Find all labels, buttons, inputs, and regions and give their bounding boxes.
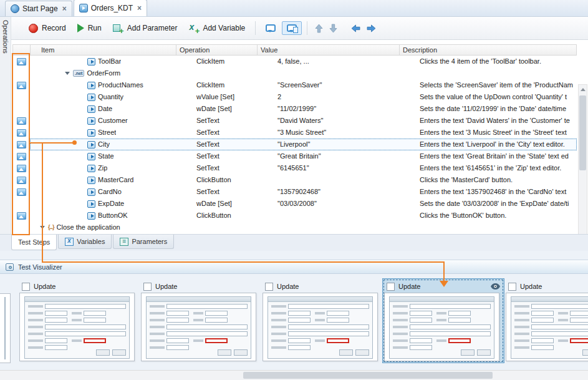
- row-content[interactable]: ZipSetText"6145651"Enters the text '6145…: [30, 162, 577, 174]
- move-up-button[interactable]: [312, 22, 325, 35]
- vertical-scrollbar-thumb[interactable]: [579, 95, 586, 170]
- arrow-left-icon: [351, 24, 360, 32]
- update-checkbox[interactable]: [143, 283, 152, 291]
- description-cell: Sets the date '03/03/2008' in the 'ExpDa…: [417, 198, 577, 210]
- test-step-row[interactable]: CardNoSetText"1357902468"Enters the text…: [12, 186, 577, 198]
- row-content[interactable]: StreetSetText"3 Music Street"Enters the …: [30, 127, 577, 139]
- row-content[interactable]: ExpDatewDate [Set]"03/03/2008"Sets the d…: [30, 198, 577, 210]
- thumbnail-image[interactable]: [141, 293, 256, 361]
- tab-start-page[interactable]: Start Page ×: [5, 1, 72, 16]
- description-bubble-icon: [287, 24, 297, 32]
- row-content[interactable]: CitySetText"Liverpool"Enters the text 'L…: [30, 139, 577, 150]
- thumbnail-header: Update: [263, 280, 381, 293]
- test-step-row[interactable]: ProductNamesClickItem"ScreenSaver"Select…: [12, 79, 577, 91]
- row-content[interactable]: ProductNamesClickItem"ScreenSaver"Select…: [30, 79, 577, 91]
- indent-right-button[interactable]: [364, 22, 378, 34]
- item-label: ToolBar: [98, 56, 121, 67]
- tab-parameters[interactable]: Parameters: [113, 235, 174, 249]
- tab-variables[interactable]: Variables: [58, 235, 112, 249]
- update-checkbox[interactable]: [22, 283, 30, 291]
- row-content[interactable]: CustomerSetText"David Waters"Enters the …: [30, 115, 577, 127]
- thumbnail-image[interactable]: [384, 293, 499, 361]
- test-step-row[interactable]: ButtonOKClickButtonClicks the 'ButtonOK'…: [12, 210, 577, 222]
- test-step-row[interactable]: CustomerSetText"David Waters"Enters the …: [12, 115, 577, 127]
- column-header-item[interactable]: Item: [31, 45, 176, 55]
- item-cell: MasterCard: [30, 174, 193, 186]
- test-step-row[interactable]: ToolBarClickItem4, false, ...Clicks the …: [12, 56, 577, 67]
- test-step-row[interactable]: DatewDate [Set]"11/02/1999"Sets the date…: [12, 103, 577, 115]
- horizontal-scrollbar-thumb[interactable]: [243, 372, 493, 379]
- operations-panel-tab[interactable]: Operations: [0, 17, 11, 251]
- indent-left-button[interactable]: [349, 22, 363, 34]
- visualizer-thumbnail[interactable]: Update: [504, 278, 588, 363]
- thumbnail-image[interactable]: [263, 293, 378, 361]
- value-cell: "11/02/1999": [274, 103, 417, 115]
- tab-orders-kdt[interactable]: Orders_KDT ×: [74, 0, 147, 16]
- operation-cell: ClickItem: [193, 79, 274, 91]
- test-step-row[interactable]: .netOrderForm: [12, 67, 577, 79]
- tab-label: Orders_KDT: [91, 4, 133, 12]
- row-content[interactable]: DatewDate [Set]"11/02/1999"Sets the date…: [30, 103, 577, 115]
- thumbnail-image[interactable]: [506, 293, 588, 361]
- operation-cell: [193, 222, 274, 233]
- eye-icon[interactable]: [491, 283, 500, 290]
- row-content[interactable]: MasterCardClickButtonClicks the 'MasterC…: [30, 174, 577, 186]
- value-cell: "Great Britain": [274, 150, 417, 162]
- operation-icon: [87, 82, 95, 89]
- item-label: State: [98, 150, 114, 162]
- visualizer-thumbnail[interactable]: Update: [17, 278, 140, 363]
- description-button[interactable]: [282, 21, 302, 35]
- record-button[interactable]: Record: [24, 21, 71, 36]
- operation-icon: [87, 58, 95, 66]
- test-step-row[interactable]: MasterCardClickButtonClicks the 'MasterC…: [12, 174, 577, 186]
- item-label: ProductNames: [98, 79, 143, 91]
- operation-cell: SetText: [193, 162, 274, 174]
- update-checkbox[interactable]: [508, 283, 516, 291]
- visualizer-thumbnail[interactable]: Update: [139, 278, 261, 363]
- operation-cell: ClickButton: [193, 174, 274, 186]
- visualizer-thumbnail[interactable]: Update: [261, 278, 383, 363]
- add-parameter-button[interactable]: Add Parameter: [108, 21, 183, 36]
- record-label: Record: [42, 24, 66, 32]
- row-content[interactable]: ButtonOKClickButtonClicks the 'ButtonOK'…: [30, 210, 577, 222]
- description-cell: Enters the text '6145651' in the 'Zip' t…: [417, 162, 577, 174]
- row-content[interactable]: CardNoSetText"1357902468"Enters the text…: [30, 186, 577, 198]
- operation-icon: [87, 94, 95, 101]
- thumbnail-header: Update: [141, 280, 259, 293]
- operation-icon: [87, 153, 95, 160]
- comment-button[interactable]: [261, 21, 281, 35]
- column-header-description[interactable]: Description: [400, 45, 576, 55]
- test-step-row[interactable]: ZipSetText"6145651"Enters the text '6145…: [12, 162, 577, 174]
- expand-chevron-icon[interactable]: [65, 72, 70, 75]
- test-step-row[interactable]: {...}Close the application: [12, 222, 577, 233]
- visualizer-thumbnail[interactable]: Update: [382, 278, 504, 363]
- test-step-row[interactable]: StateSetText"Great Britain"Enters the te…: [12, 150, 577, 162]
- test-step-row[interactable]: CitySetText"Liverpool"Enters the text 'L…: [12, 139, 577, 150]
- add-variable-button[interactable]: Add Variable: [183, 21, 250, 36]
- row-content[interactable]: QuantitywValue [Set]2Sets the value of t…: [30, 91, 577, 103]
- tab-parameters-label: Parameters: [132, 238, 167, 245]
- operation-icon: [87, 105, 95, 113]
- row-content[interactable]: .netOrderForm: [30, 67, 577, 79]
- row-content[interactable]: ToolBarClickItem4, false, ...Clicks the …: [30, 56, 577, 67]
- thumbnail-image[interactable]: [19, 293, 135, 361]
- description-cell: Enters the text 'David Waters' in the 'C…: [417, 115, 577, 127]
- column-header-operation[interactable]: Operation: [176, 45, 258, 55]
- test-step-row[interactable]: ExpDatewDate [Set]"03/03/2008"Sets the d…: [12, 198, 577, 210]
- move-down-button[interactable]: [327, 22, 340, 35]
- tab-test-steps[interactable]: Test Steps: [11, 235, 57, 250]
- update-checkbox[interactable]: [387, 283, 395, 291]
- scroll-up-button[interactable]: [579, 85, 587, 94]
- test-step-row[interactable]: StreetSetText"3 Music Street"Enters the …: [12, 127, 577, 139]
- tab-close-icon[interactable]: ×: [62, 4, 67, 13]
- row-content[interactable]: StateSetText"Great Britain"Enters the te…: [30, 150, 577, 162]
- value-cell: "3 Music Street": [274, 127, 417, 139]
- run-button[interactable]: Run: [72, 21, 107, 36]
- test-step-row[interactable]: QuantitywValue [Set]2Sets the value of t…: [12, 91, 577, 103]
- update-checkbox[interactable]: [265, 283, 273, 291]
- tab-close-icon[interactable]: ×: [137, 4, 142, 12]
- horizontal-scrollbar[interactable]: [0, 370, 588, 380]
- visualizer-thumbnail-partial[interactable]: [0, 293, 11, 363]
- row-content[interactable]: {...}Close the application: [30, 222, 577, 233]
- column-header-value[interactable]: Value: [258, 45, 400, 55]
